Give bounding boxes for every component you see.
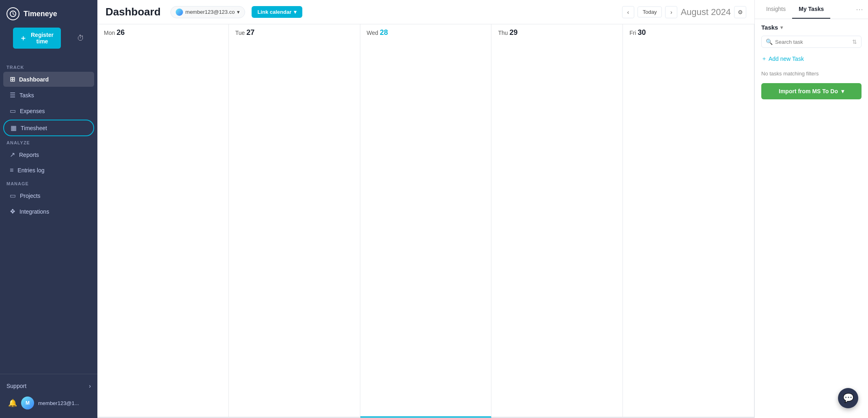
sidebar-item-label: Tasks <box>19 92 34 99</box>
sidebar-item-label: Entries log <box>17 167 44 174</box>
day-num: 30 <box>638 28 646 36</box>
tab-label: Insights <box>766 6 786 12</box>
dropdown-arrow-icon: ▾ <box>237 9 240 15</box>
day-num: 27 <box>246 28 254 36</box>
day-header-mon: Mon 26 <box>97 24 229 418</box>
register-row: ＋ Register time ⏱ <box>0 28 97 62</box>
logo-area: Timeneye <box>0 0 97 28</box>
sidebar-item-label: Reports <box>19 152 39 158</box>
calendar-settings-button[interactable]: ⚙ <box>734 6 746 18</box>
tasks-label: Tasks ▾ <box>761 24 862 31</box>
next-month-button[interactable]: › <box>665 6 677 18</box>
day-label: Mon <box>104 30 116 36</box>
day-label: Fri <box>629 30 638 36</box>
sidebar-item-dashboard[interactable]: ⊞ Dashboard <box>3 72 94 87</box>
dashboard-icon: ⊞ <box>10 75 15 83</box>
panel-body: Tasks ▾ 🔍 ⇅ ＋ Add new Task No tasks matc… <box>755 19 868 418</box>
tasks-dropdown-icon[interactable]: ▾ <box>780 25 783 30</box>
projects-icon: ▭ <box>10 192 16 199</box>
year: 2024 <box>711 7 731 17</box>
import-label: Import from MS To Do <box>779 88 838 94</box>
sidebar-item-label: Integrations <box>19 208 49 215</box>
track-section-label: TRACK <box>0 62 97 71</box>
chat-fab-button[interactable]: 💬 <box>838 388 858 408</box>
sidebar-item-reports[interactable]: ↗ Reports <box>3 147 94 162</box>
sidebar-item-projects[interactable]: ▭ Projects <box>3 188 94 203</box>
sidebar-item-integrations[interactable]: ❖ Integrations <box>3 204 94 219</box>
month-year-title: August 2024 <box>681 7 731 17</box>
member-avatar <box>176 9 183 16</box>
today-button[interactable]: Today <box>638 6 662 17</box>
reports-icon: ↗ <box>10 151 15 159</box>
support-label: Support <box>6 383 26 389</box>
sort-icon[interactable]: ⇅ <box>852 39 857 45</box>
panel-tabs: Insights My Tasks ⋯ <box>755 0 868 19</box>
clock-button[interactable]: ⏱ <box>71 34 91 49</box>
avatar: M <box>21 397 34 409</box>
day-num: 29 <box>509 28 517 36</box>
day-label: Thu <box>498 30 509 36</box>
import-ms-todo-button[interactable]: Import from MS To Do ▾ <box>761 83 862 99</box>
right-panel: Insights My Tasks ⋯ Tasks ▾ 🔍 ⇅ ＋ Add ne… <box>754 0 868 418</box>
prev-month-button[interactable]: ‹ <box>622 6 634 18</box>
dropdown-arrow-icon: ▾ <box>294 9 297 15</box>
sidebar-item-entries-log[interactable]: ≡ Entries log <box>3 163 94 178</box>
month-navigation: ‹ Today › August 2024 ⚙ <box>622 6 746 18</box>
support-item[interactable]: Support › <box>0 379 97 393</box>
tasks-title: Tasks <box>761 24 778 31</box>
calendar-headers: Mon 26 Tue 27 Wed 28 Thu 29 Fri 30 <box>97 24 754 418</box>
page-title: Dashboard <box>106 6 161 18</box>
member-selector[interactable]: member123@123.co ▾ <box>170 6 246 18</box>
plus-icon: ＋ <box>19 33 27 43</box>
calendar-area: Mon 26 Tue 27 Wed 28 Thu 29 Fri 30 Timen… <box>97 24 754 418</box>
day-num: 26 <box>116 28 125 36</box>
dashboard-header: Dashboard member123@123.co ▾ Link calend… <box>97 0 754 24</box>
day-header-thu: Thu 29 <box>491 24 623 418</box>
tab-label: My Tasks <box>799 6 824 12</box>
app-name: Timeneye <box>24 10 57 18</box>
tab-insights[interactable]: Insights <box>760 0 792 19</box>
month-name: August <box>681 7 709 17</box>
sidebar-item-label: Projects <box>20 193 41 199</box>
add-task-button[interactable]: ＋ Add new Task <box>761 54 804 64</box>
integrations-icon: ❖ <box>10 208 15 215</box>
sidebar-item-label: Expenses <box>20 108 45 114</box>
sidebar-item-label: Dashboard <box>19 76 49 83</box>
bell-icon: 🔔 <box>8 399 17 407</box>
sidebar: Timeneye ＋ Register time ⏱ TRACK ⊞ Dashb… <box>0 0 97 418</box>
chevron-right-icon: › <box>89 383 91 389</box>
add-task-label: Add new Task <box>769 56 804 62</box>
logo-icon <box>6 7 19 20</box>
sidebar-bottom: Support › 🔔 M member123@1... <box>0 374 97 418</box>
tab-my-tasks[interactable]: My Tasks <box>792 0 830 19</box>
search-input[interactable] <box>775 39 850 45</box>
plus-icon: ＋ <box>761 55 767 62</box>
panel-expand-button[interactable]: ⋯ <box>856 5 863 14</box>
register-time-button[interactable]: ＋ Register time <box>13 28 61 49</box>
analyze-section-label: ANALYZE <box>0 137 97 147</box>
sidebar-item-timesheet[interactable]: ▦ Timesheet <box>3 120 94 136</box>
day-label: Tue <box>235 30 247 36</box>
day-header-fri: Fri 30 <box>623 24 754 418</box>
day-header-wed: Wed 28 <box>360 24 492 418</box>
day-num: 28 <box>380 28 388 36</box>
manage-section-label: MANAGE <box>0 178 97 188</box>
dropdown-arrow-icon: ▾ <box>841 88 844 94</box>
link-calendar-label: Link calendar <box>257 9 291 15</box>
user-item[interactable]: 🔔 M member123@1... <box>0 393 97 413</box>
search-icon: 🔍 <box>766 39 773 45</box>
no-tasks-message: No tasks matching filters <box>761 71 862 77</box>
sidebar-item-tasks[interactable]: ☰ Tasks <box>3 88 94 103</box>
link-calendar-button[interactable]: Link calendar ▾ <box>252 6 302 18</box>
sidebar-item-label: Timesheet <box>21 125 47 131</box>
search-box: 🔍 ⇅ <box>761 36 862 48</box>
day-label: Wed <box>367 30 380 36</box>
member-email: member123@123.co <box>185 9 235 15</box>
register-time-label: Register time <box>30 32 54 45</box>
sidebar-item-expenses[interactable]: ▭ Expenses <box>3 103 94 118</box>
tasks-icon: ☰ <box>10 91 15 99</box>
main-content: Dashboard member123@123.co ▾ Link calend… <box>97 0 754 418</box>
day-header-tue: Tue 27 <box>229 24 360 418</box>
expenses-icon: ▭ <box>10 107 16 115</box>
user-email-label: member123@1... <box>38 400 79 406</box>
